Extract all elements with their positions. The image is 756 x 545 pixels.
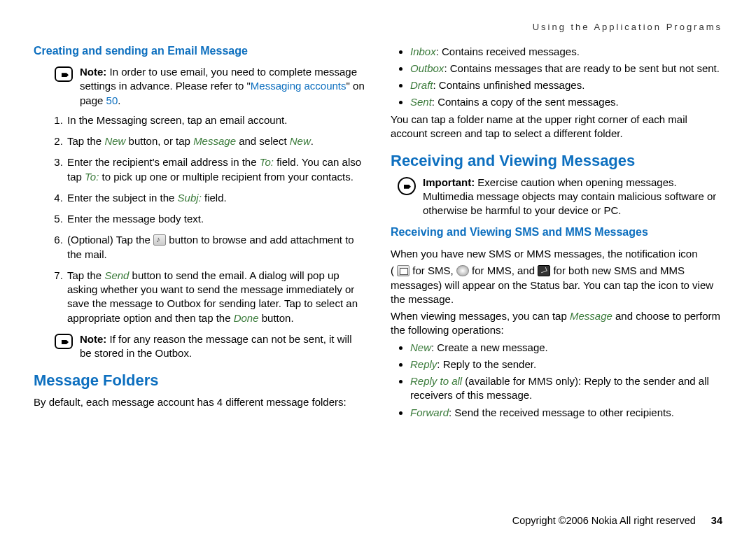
folders-list: Inbox: Contains received messages. Outbo…: [391, 45, 722, 110]
t: for MMS, and: [469, 264, 538, 276]
term-send: Send: [104, 269, 129, 281]
t: : Contains unfinished messages.: [433, 79, 585, 91]
term-done: Done: [234, 312, 259, 324]
important-caution: Important: Exercise caution when opening…: [398, 176, 722, 218]
op-new: New: Create a new message.: [410, 341, 722, 355]
heading-receiving-viewing: Receiving and Viewing Messages: [391, 150, 722, 171]
t: Enter the recipient's email address in t…: [67, 156, 260, 168]
t: : Contains a copy of the sent messages.: [432, 96, 619, 108]
step-5: Enter the message body text.: [66, 212, 365, 226]
folders-post: You can tap a folder name at the upper r…: [391, 113, 722, 141]
attachment-icon: [153, 234, 166, 246]
op-reply: Reply: Reply to the sender.: [410, 358, 722, 371]
important-icon: [398, 177, 416, 195]
t: : Contains messages that are ready to be…: [444, 62, 720, 74]
note-email-setup: Note: In order to use email, you need to…: [55, 65, 365, 108]
folder-draft: Draft: Contains unfinished messages.: [410, 78, 722, 92]
t: Tap the: [67, 135, 104, 147]
left-column: Creating and sending an Email Message No…: [34, 43, 365, 423]
step-3: Enter the recipient's email address in t…: [66, 155, 365, 184]
folders-intro: By default, each message account has 4 d…: [34, 395, 365, 409]
page-footer: Copyright ©2006 Nokia All right reserved…: [512, 514, 722, 528]
step-4: Enter the subject in the Subj: field.: [66, 191, 365, 205]
term-forward: Forward: [410, 406, 449, 418]
t: : Reply to the sender.: [437, 358, 536, 370]
term-message: Message: [193, 135, 236, 147]
t: button, or tap: [125, 135, 193, 147]
t: for SMS,: [410, 264, 456, 276]
term-reply: Reply: [410, 358, 437, 370]
term-to: To:: [260, 156, 274, 168]
folder-inbox: Inbox: Contains received messages.: [410, 45, 722, 59]
copyright: Copyright ©2006 Nokia All right reserved: [512, 515, 696, 526]
term-inbox: Inbox: [410, 45, 436, 57]
step-6: (Optional) Tap the button to browse and …: [66, 233, 365, 262]
heading-creating-email: Creating and sending an Email Message: [34, 43, 365, 59]
t: : Create a new message.: [431, 341, 548, 353]
term-sent: Sent: [410, 96, 432, 108]
note-text: Note: If for any reason the message can …: [80, 332, 365, 361]
note-icon: [55, 66, 73, 82]
t: (: [391, 264, 397, 276]
term-reply-all: Reply to all: [410, 375, 462, 387]
folder-sent: Sent: Contains a copy of the sent messag…: [410, 95, 722, 109]
t: When viewing messages, you can tap: [391, 310, 570, 322]
email-steps-list: In the Messaging screen, tap an email ac…: [34, 113, 365, 325]
term-to2: To:: [85, 171, 99, 183]
content-columns: Creating and sending an Email Message No…: [34, 43, 722, 423]
note-text: Note: In order to use email, you need to…: [80, 65, 365, 108]
t: : Contains received messages.: [436, 45, 580, 57]
link-page-50[interactable]: 50: [106, 94, 118, 106]
heading-sms-mms: Receiving and Viewing SMS and MMS Messag…: [391, 225, 722, 240]
term-new2: New: [290, 135, 311, 147]
t: Tap the: [67, 269, 104, 281]
term-new: New: [410, 341, 431, 353]
t: .: [311, 135, 314, 147]
t: field.: [202, 192, 227, 204]
term-subj: Subj:: [178, 192, 202, 204]
sms-para-1: When you have new SMS or MMS messages, t…: [391, 247, 722, 261]
t: : Send the received message to other rec…: [449, 406, 674, 418]
link-messaging-accounts[interactable]: Messaging accounts: [251, 80, 346, 92]
folder-outbox: Outbox: Contains messages that are ready…: [410, 62, 722, 76]
running-header: Using the Application Programs: [34, 21, 722, 34]
sms-para-icons: ( for SMS, for MMS, and for both new SMS…: [391, 264, 722, 306]
note-icon: [55, 334, 73, 349]
step-1: In the Messaging screen, tap an email ac…: [66, 113, 365, 127]
step-7: Tap the Send button to send the email. A…: [66, 269, 365, 325]
note-body: If for any reason the message can not be…: [80, 333, 352, 359]
page-number: 34: [711, 515, 722, 526]
operations-list: New: Create a new message. Reply: Reply …: [391, 341, 722, 420]
sms-icon: [397, 265, 410, 276]
t: (Optional) Tap the: [67, 234, 153, 246]
right-column: Inbox: Contains received messages. Outbo…: [391, 43, 722, 423]
step-2: Tap the New button, or tap Message and s…: [66, 134, 365, 148]
note-outbox: Note: If for any reason the message can …: [55, 332, 365, 361]
important-label: Important:: [423, 176, 475, 188]
sms-para-2: When viewing messages, you can tap Messa…: [391, 309, 722, 338]
term-message: Message: [570, 310, 612, 322]
t: to pick up one or multiple recipient fro…: [99, 171, 354, 183]
note-label: Note:: [80, 66, 106, 78]
note-label: Note:: [80, 333, 106, 345]
term-new: New: [104, 135, 125, 147]
op-forward: Forward: Send the received message to ot…: [410, 406, 722, 420]
sms-mms-icon: [538, 265, 550, 276]
term-draft: Draft: [410, 79, 433, 91]
op-reply-all: Reply to all (available for MMS only): R…: [410, 374, 722, 403]
t: Enter the subject in the: [67, 192, 178, 204]
note-end: .: [118, 94, 120, 106]
mms-icon: [456, 265, 469, 276]
term-outbox: Outbox: [410, 62, 444, 74]
important-text: Important: Exercise caution when opening…: [423, 176, 722, 218]
t: and select: [236, 135, 290, 147]
heading-message-folders: Message Folders: [34, 370, 365, 391]
t: button.: [259, 312, 294, 324]
